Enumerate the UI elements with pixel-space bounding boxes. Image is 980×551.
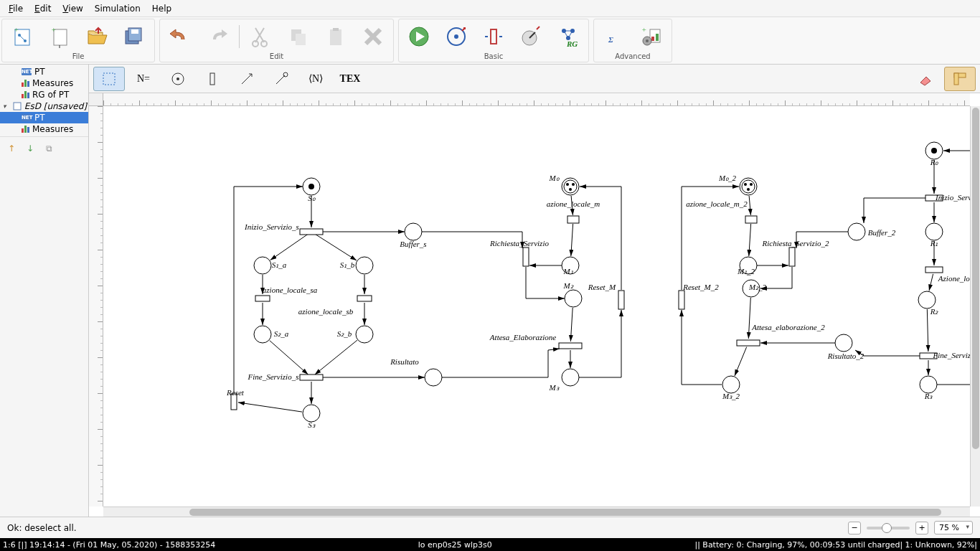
undo-button[interactable] [163, 22, 197, 52]
svg-point-80 [835, 334, 852, 352]
svg-rect-111 [745, 216, 757, 223]
svg-rect-97 [357, 296, 372, 301]
svg-text:M₀_2: M₀_2 [718, 174, 737, 182]
svg-text:+: + [51, 25, 56, 34]
caret-icon: ▾ [3, 103, 6, 110]
svg-text:S₂_a: S₂_a [274, 329, 289, 338]
arc-tool[interactable] [231, 67, 263, 91]
move-down-button[interactable]: ↓ [23, 141, 37, 156]
svg-point-72 [747, 188, 750, 191]
token-tool[interactable]: N= [128, 67, 159, 91]
zoom-out-button[interactable]: − [848, 522, 861, 534]
svg-rect-12 [296, 34, 306, 45]
cut-button[interactable] [244, 22, 278, 52]
duplicate-button[interactable]: ⧉ [42, 141, 56, 156]
editor-area: N= ⟨N⟩ TEX S₀S₁_aS₁_bS₂_aS₂_bS₃Buffer_sR… [89, 65, 980, 517]
menu-file[interactable]: File [3, 2, 29, 15]
scrollbar-vertical[interactable] [970, 106, 980, 507]
new-page-button[interactable]: + [42, 22, 77, 52]
svg-point-91 [920, 376, 937, 393]
open-button[interactable] [80, 22, 114, 52]
svg-text:Azione_locale: Azione_locale [938, 274, 970, 283]
tree-node-measures2[interactable]: Measures [0, 123, 88, 135]
svg-text:Σ: Σ [608, 35, 613, 44]
toolbar-group-edit: Edit [159, 19, 394, 62]
tree-node-esd[interactable]: ▾EsD [unsaved] [0, 100, 88, 112]
transition-tool[interactable] [197, 67, 228, 91]
zoom-control: − + 75 % [848, 521, 973, 534]
zoom-in-button[interactable]: + [915, 522, 928, 534]
petri-net-svg: S₀S₁_aS₁_bS₂_aS₂_bS₃Buffer_sRisultatoM₀M… [103, 106, 970, 507]
doc-icon [13, 102, 22, 110]
svg-text:azione_locale_m: azione_locale_m [547, 199, 600, 208]
place-tool[interactable] [162, 67, 194, 91]
svg-text:Reset: Reset [226, 388, 245, 397]
zoom-slider[interactable] [867, 527, 910, 529]
tree-node-measures[interactable]: Measures [0, 77, 88, 89]
move-up-button[interactable]: ↑ [4, 141, 19, 156]
svg-text:Attesa_Elaborazione: Attesa_Elaborazione [489, 333, 556, 342]
chart-icon [22, 126, 29, 133]
ruler-horizontal [103, 93, 970, 106]
new-net-button[interactable]: + [5, 22, 39, 52]
measure-button[interactable] [514, 22, 548, 52]
ruler-vertical [89, 106, 103, 507]
copy-button[interactable] [281, 22, 316, 52]
svg-rect-115 [737, 340, 760, 346]
menu-edit[interactable]: Edit [29, 2, 57, 15]
svg-text:+: + [14, 25, 19, 34]
tex-tool[interactable]: TEX [334, 67, 366, 91]
svg-point-36 [283, 72, 288, 77]
eraser-tool[interactable] [910, 67, 941, 91]
select-tool[interactable] [93, 67, 125, 91]
taskbar-battery: || Battery: 0: Charging, 97%, 00:09:53 u… [694, 540, 977, 550]
main-toolbar: + + File Edit RG Basic Σ [0, 17, 980, 65]
net-icon: NET [22, 114, 32, 121]
tree-node-rg[interactable]: RG of PT [0, 89, 88, 100]
ruler-corner [89, 93, 103, 106]
unfold-button[interactable] [476, 22, 511, 52]
svg-text:M₂: M₂ [562, 281, 573, 290]
tree-node-pt[interactable]: NETPT [0, 66, 88, 77]
chart-icon [22, 91, 29, 98]
redo-button[interactable] [200, 22, 235, 52]
svg-text:M₃: M₃ [548, 383, 559, 392]
svg-text:Attesa_elaborazione_2: Attesa_elaborazione_2 [751, 323, 825, 331]
menu-simulation[interactable]: Simulation [89, 2, 146, 15]
svg-rect-109 [618, 291, 624, 309]
svg-text:R₀: R₀ [930, 158, 939, 166]
svg-point-44 [356, 257, 373, 274]
inhibitor-tool[interactable] [265, 67, 297, 91]
toolbar-group-advanced-label: Advanced [615, 52, 650, 60]
svg-point-78 [722, 376, 740, 393]
build-button[interactable]: + [634, 22, 669, 52]
save-all-button[interactable] [117, 22, 151, 52]
svg-text:azione_locale_sb: azione_locale_sb [298, 307, 354, 316]
svg-text:M₁: M₁ [562, 267, 573, 276]
sigma-button[interactable]: Σ [597, 22, 631, 52]
toolbar-group-basic: RG Basic [398, 19, 589, 62]
angle-tool[interactable]: ⟨N⟩ [300, 67, 331, 91]
svg-text:Fine_Servizio_s: Fine_Servizio_s [248, 372, 299, 381]
menu-help[interactable]: Help [146, 2, 177, 15]
ruler-toggle[interactable] [944, 67, 976, 91]
zoom-select[interactable]: 75 % [934, 521, 973, 534]
scrollbar-horizontal[interactable] [103, 507, 970, 517]
svg-text:Buffer_2: Buffer_2 [868, 228, 896, 237]
petri-net-canvas[interactable]: S₀S₁_aS₁_bS₂_aS₂_bS₃Buffer_sRisultatoM₀M… [103, 106, 970, 507]
svg-text:azione_locale_sa: azione_locale_sa [263, 286, 318, 294]
rg-button[interactable]: RG [551, 22, 585, 52]
play-button[interactable] [402, 22, 436, 52]
svg-point-70 [744, 183, 747, 186]
svg-rect-38 [954, 73, 958, 85]
canvas-container: S₀S₁_aS₁_bS₂_aS₂_bS₃Buffer_sRisultatoM₀M… [89, 93, 980, 517]
svg-point-52 [405, 223, 422, 240]
delete-button[interactable] [356, 22, 390, 52]
menu-view[interactable]: View [57, 2, 88, 15]
paste-button[interactable] [319, 22, 353, 52]
token-game-button[interactable] [439, 22, 473, 52]
svg-text:M₀: M₀ [548, 174, 559, 182]
svg-point-58 [566, 183, 569, 186]
svg-rect-99 [300, 375, 323, 380]
tree-node-pt2[interactable]: NETPT [0, 112, 88, 123]
